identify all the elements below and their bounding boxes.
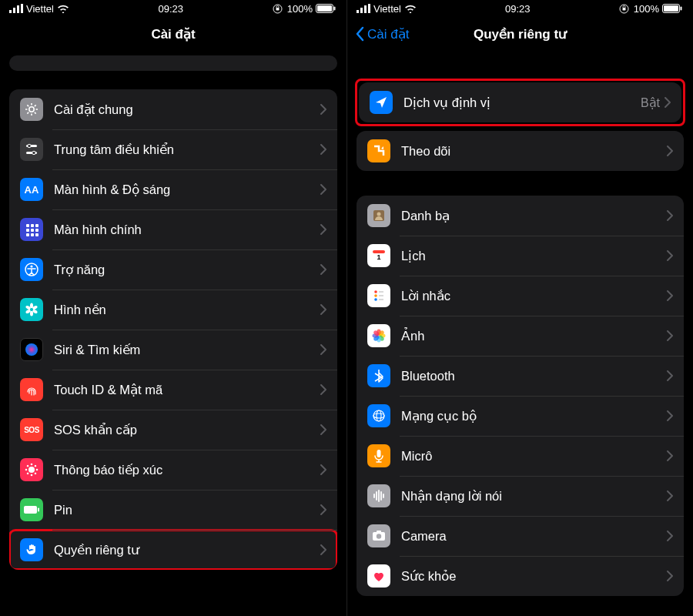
row-label: Micrô bbox=[401, 449, 667, 464]
svg-point-66 bbox=[374, 290, 377, 293]
settings-row-access[interactable]: Trợ năng bbox=[9, 249, 337, 290]
back-button[interactable]: Cài đặt bbox=[355, 26, 409, 42]
settings-row-reminders[interactable]: Lời nhắc bbox=[357, 276, 684, 316]
settings-row-camera[interactable]: Camera bbox=[357, 516, 684, 556]
chevron-right-icon bbox=[667, 490, 673, 501]
svg-rect-26 bbox=[31, 229, 34, 232]
svg-rect-52 bbox=[357, 10, 359, 13]
carrier-label: Viettel bbox=[26, 3, 54, 15]
row-label: Trợ năng bbox=[54, 263, 320, 277]
touchid-icon bbox=[20, 378, 43, 401]
chevron-right-icon bbox=[320, 264, 326, 275]
row-label: Touch ID & Mật mã bbox=[54, 383, 320, 397]
rotation-lock-icon bbox=[273, 4, 283, 14]
row-label: Siri & Tìm kiếm bbox=[54, 343, 320, 357]
settings-row-aa[interactable]: AAMàn hình & Độ sáng bbox=[9, 169, 337, 209]
chevron-right-icon bbox=[667, 531, 673, 541]
settings-row-speech[interactable]: Nhận dạng lời nói bbox=[357, 476, 684, 516]
reminders-icon bbox=[367, 284, 390, 307]
svg-point-82 bbox=[377, 410, 381, 421]
svg-point-62 bbox=[377, 213, 381, 216]
settings-row-sos[interactable]: SOSSOS khẩn cấp bbox=[9, 410, 337, 450]
svg-rect-23 bbox=[31, 224, 34, 227]
settings-row-hand[interactable]: Quyền riêng tư bbox=[9, 530, 337, 570]
siri-icon bbox=[20, 338, 43, 361]
settings-row-sliders[interactable]: Trung tâm điều khiển bbox=[9, 129, 337, 169]
camera-icon bbox=[367, 524, 390, 547]
signal-icon bbox=[357, 4, 370, 13]
status-bar: Viettel 09:23 100% bbox=[0, 0, 346, 17]
settings-row-network[interactable]: Mạng cục bộ bbox=[357, 396, 684, 436]
row-label: Dịch vụ định vị bbox=[403, 95, 641, 110]
account-card-stub[interactable] bbox=[9, 55, 337, 71]
svg-point-47 bbox=[26, 472, 29, 475]
nav-bar: Cài đặt Quyền riêng tư bbox=[347, 17, 693, 51]
clock: 09:23 bbox=[505, 3, 531, 15]
settings-row-flower[interactable]: Hình nền bbox=[9, 290, 337, 330]
settings-row-covid[interactable]: Thông báo tiếp xúc bbox=[9, 450, 337, 490]
battery-icon bbox=[20, 498, 43, 521]
settings-row-health[interactable]: Sức khỏe bbox=[357, 556, 684, 596]
privacy-group-2: Danh bạ1LịchLời nhắcẢnhBluetoothMạng cục… bbox=[357, 196, 684, 596]
svg-rect-60 bbox=[680, 7, 681, 11]
chevron-right-icon bbox=[667, 450, 673, 461]
battery-percent: 100% bbox=[634, 3, 659, 15]
svg-point-80 bbox=[373, 410, 384, 421]
svg-rect-0 bbox=[9, 10, 12, 13]
tracking-icon bbox=[367, 139, 390, 162]
svg-rect-28 bbox=[26, 233, 29, 236]
svg-point-9 bbox=[29, 107, 34, 112]
svg-rect-22 bbox=[26, 224, 29, 227]
settings-row-mic[interactable]: Micrô bbox=[357, 436, 684, 476]
row-value: Bật bbox=[641, 95, 660, 110]
settings-row-siri[interactable]: Siri & Tìm kiếm bbox=[9, 330, 337, 370]
rotation-lock-icon bbox=[619, 4, 629, 14]
row-label: Cài đặt chung bbox=[54, 102, 320, 117]
row-label: Sức khỏe bbox=[401, 569, 667, 584]
battery-icon bbox=[662, 4, 682, 13]
svg-rect-91 bbox=[377, 531, 381, 533]
page-title: Quyền riêng tư bbox=[474, 26, 567, 42]
nav-bar: Cài đặt bbox=[0, 17, 346, 51]
svg-point-48 bbox=[25, 469, 28, 471]
settings-row-battery[interactable]: Pin bbox=[9, 490, 337, 530]
chevron-right-icon bbox=[667, 571, 673, 581]
row-label: Camera bbox=[401, 529, 667, 544]
contacts-icon bbox=[367, 204, 390, 227]
chevron-right-icon bbox=[667, 250, 673, 261]
clock: 09:23 bbox=[159, 3, 184, 15]
row-label: Màn hình chính bbox=[54, 223, 320, 237]
svg-rect-3 bbox=[21, 4, 23, 13]
covid-icon bbox=[20, 458, 43, 481]
settings-row-bluetooth[interactable]: Bluetooth bbox=[357, 356, 684, 396]
row-label: Theo dõi bbox=[401, 144, 667, 159]
svg-text:1: 1 bbox=[377, 253, 380, 261]
row-label: Trung tâm điều khiển bbox=[54, 142, 320, 157]
settings-row-calendar[interactable]: 1Lịch bbox=[357, 236, 684, 276]
svg-point-43 bbox=[34, 464, 37, 467]
row-label: Thông báo tiếp xúc bbox=[54, 463, 320, 477]
settings-row-photos[interactable]: Ảnh bbox=[357, 316, 684, 356]
svg-rect-54 bbox=[364, 5, 367, 13]
health-icon bbox=[367, 564, 390, 588]
svg-point-32 bbox=[30, 265, 32, 267]
access-icon bbox=[20, 258, 43, 281]
settings-row-touchid[interactable]: Touch ID & Mật mã bbox=[9, 370, 337, 410]
chevron-right-icon bbox=[320, 184, 326, 195]
svg-rect-24 bbox=[35, 224, 38, 227]
settings-row-grid[interactable]: Màn hình chính bbox=[9, 209, 337, 249]
settings-row-location[interactable]: Dịch vụ định vịBật bbox=[359, 82, 681, 122]
chevron-right-icon bbox=[320, 224, 326, 235]
row-label: Nhận dạng lời nói bbox=[401, 489, 667, 504]
settings-row-contacts[interactable]: Danh bạ bbox=[357, 196, 684, 236]
settings-row-tracking[interactable]: Theo dõi bbox=[357, 131, 684, 171]
chevron-right-icon bbox=[667, 330, 673, 341]
signal-icon bbox=[9, 4, 23, 13]
svg-line-13 bbox=[35, 112, 36, 114]
hand-icon bbox=[20, 538, 43, 561]
row-label: Hình nền bbox=[54, 303, 320, 317]
svg-rect-53 bbox=[360, 8, 363, 13]
chevron-left-icon bbox=[355, 26, 364, 42]
back-label: Cài đặt bbox=[367, 26, 409, 42]
settings-row-gear[interactable]: Cài đặt chung bbox=[9, 89, 337, 129]
